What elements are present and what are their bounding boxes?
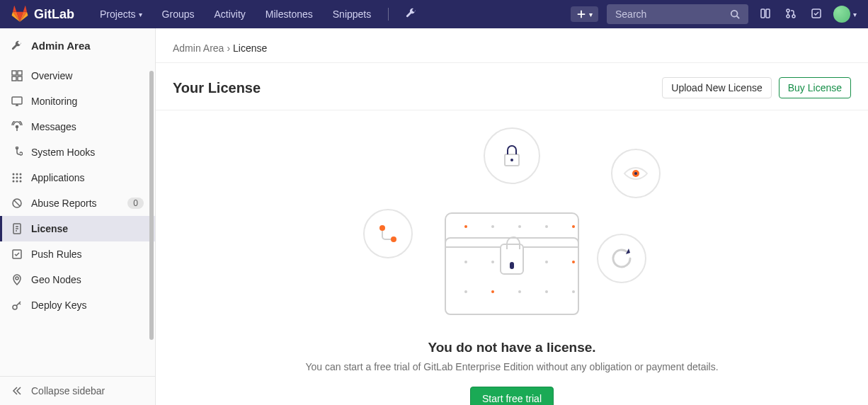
plus-icon <box>576 9 586 19</box>
sidebar-item-system-hooks[interactable]: System Hooks <box>0 139 155 165</box>
sidebar-header[interactable]: Admin Area <box>0 28 155 63</box>
sidebar-item-push-rules[interactable]: Push Rules <box>0 241 155 267</box>
search-icon <box>730 9 740 19</box>
sidebar-item-label: Deploy Keys <box>31 300 87 311</box>
sidebar-item-label: Applications <box>31 172 85 183</box>
sidebar-item-label: Messages <box>31 121 76 132</box>
svg-point-26 <box>16 277 18 280</box>
sidebar-item-overview[interactable]: Overview <box>0 63 155 89</box>
sidebar-item-label: Abuse Reports <box>31 198 97 209</box>
svg-rect-11 <box>12 97 22 104</box>
gitlab-logo[interactable]: GitLab <box>11 6 74 23</box>
chevron-double-left-icon <box>11 385 23 397</box>
sidebar-item-deploy-keys[interactable]: Deploy Keys <box>0 292 155 318</box>
svg-point-5 <box>792 15 795 18</box>
empty-state: You do not have a license. You can start… <box>156 110 868 405</box>
sidebar-title: Admin Area <box>31 40 91 52</box>
page-title: Your License <box>173 80 261 96</box>
svg-point-12 <box>16 126 18 128</box>
illustration-lock-icon <box>484 127 540 184</box>
start-free-trial-button[interactable]: Start free trial <box>470 387 554 405</box>
buy-license-button[interactable]: Buy License <box>779 77 851 98</box>
svg-point-33 <box>391 236 396 242</box>
svg-point-3 <box>787 9 789 12</box>
collapse-label: Collapse sidebar <box>31 385 105 397</box>
svg-point-0 <box>731 11 738 17</box>
nav-groups[interactable]: Groups <box>154 3 203 25</box>
svg-rect-2 <box>766 9 770 18</box>
applications-icon <box>11 172 23 183</box>
sidebar-item-label: License <box>31 223 68 234</box>
license-illustration <box>363 127 661 326</box>
svg-point-22 <box>20 181 22 183</box>
main-content: Admin Area › License Your License Upload… <box>156 28 868 405</box>
sidebar-scrollbar[interactable] <box>149 71 154 340</box>
nav-snippets[interactable]: Snippets <box>324 3 379 25</box>
sidebar-item-messages[interactable]: Messages <box>0 114 155 139</box>
wrench-icon <box>11 40 23 52</box>
sidebar-item-label: Geo Nodes <box>31 274 81 285</box>
svg-point-21 <box>16 181 18 183</box>
user-menu[interactable]: ▾ <box>833 6 857 23</box>
issues-icon[interactable] <box>757 5 774 24</box>
sidebar-item-label: System Hooks <box>31 147 95 158</box>
svg-rect-9 <box>12 76 16 81</box>
license-icon <box>11 223 23 234</box>
admin-wrench-icon[interactable] <box>397 8 426 21</box>
svg-point-17 <box>13 177 15 179</box>
geo-icon <box>11 274 23 285</box>
new-dropdown-button[interactable]: ▾ <box>571 6 598 22</box>
empty-state-text: You can start a free trial of GitLab Ent… <box>173 361 851 372</box>
svg-point-32 <box>379 225 385 231</box>
overview-icon <box>11 70 23 81</box>
chevron-down-icon: ▾ <box>589 11 593 18</box>
collapse-sidebar[interactable]: Collapse sidebar <box>0 376 155 405</box>
user-avatar <box>833 6 850 23</box>
svg-point-19 <box>20 177 22 179</box>
sidebar-item-abuse-reports[interactable]: Abuse Reports 0 <box>0 190 155 216</box>
sidebar-item-label: Overview <box>31 70 72 81</box>
svg-rect-1 <box>761 9 765 18</box>
abuse-badge: 0 <box>127 198 144 209</box>
illustration-refresh-icon <box>597 234 646 283</box>
breadcrumb-root[interactable]: Admin Area <box>173 42 224 54</box>
illustration-branch-icon <box>363 209 413 258</box>
svg-point-14 <box>13 173 15 176</box>
sidebar-item-geo-nodes[interactable]: Geo Nodes <box>0 267 155 292</box>
upload-license-button[interactable]: Upload New License <box>662 77 771 98</box>
svg-point-16 <box>20 173 22 176</box>
search-box[interactable] <box>607 4 748 24</box>
breadcrumb-separator: › <box>227 42 230 54</box>
sidebar-item-monitoring[interactable]: Monitoring <box>0 89 155 114</box>
illustration-chest <box>445 212 579 315</box>
broadcast-icon <box>11 121 23 132</box>
top-navbar: GitLab Projects ▾ Groups Activity Milest… <box>0 0 868 28</box>
todos-icon[interactable] <box>808 5 825 24</box>
gitlab-tanuki-icon <box>11 6 28 23</box>
nav-milestones[interactable]: Milestones <box>257 3 321 25</box>
svg-point-20 <box>13 181 15 183</box>
nav-projects[interactable]: Projects ▾ <box>91 3 151 25</box>
empty-state-title: You do not have a license. <box>173 340 851 355</box>
key-icon <box>11 300 23 311</box>
search-input[interactable] <box>615 8 729 20</box>
sidebar-item-label: Push Rules <box>31 249 82 260</box>
nav-activity[interactable]: Activity <box>206 3 254 25</box>
chevron-down-icon: ▾ <box>853 11 857 18</box>
illustration-eye-icon <box>611 149 661 198</box>
page-header: Your License Upload New License Buy Lice… <box>156 63 868 110</box>
sidebar-item-license[interactable]: License <box>0 216 155 241</box>
chevron-down-icon: ▾ <box>139 11 142 18</box>
merge-requests-icon[interactable] <box>782 5 799 24</box>
svg-rect-8 <box>18 71 22 75</box>
svg-point-31 <box>634 172 637 175</box>
svg-rect-10 <box>18 76 22 81</box>
monitor-icon <box>11 96 23 107</box>
breadcrumb: Admin Area › License <box>156 28 868 63</box>
sidebar: Admin Area Overview Monitoring Messages … <box>0 28 156 405</box>
sidebar-item-applications[interactable]: Applications <box>0 165 155 190</box>
hook-icon <box>11 147 23 158</box>
sidebar-item-label: Monitoring <box>31 96 77 107</box>
breadcrumb-current: License <box>233 42 267 54</box>
svg-point-18 <box>16 177 18 179</box>
